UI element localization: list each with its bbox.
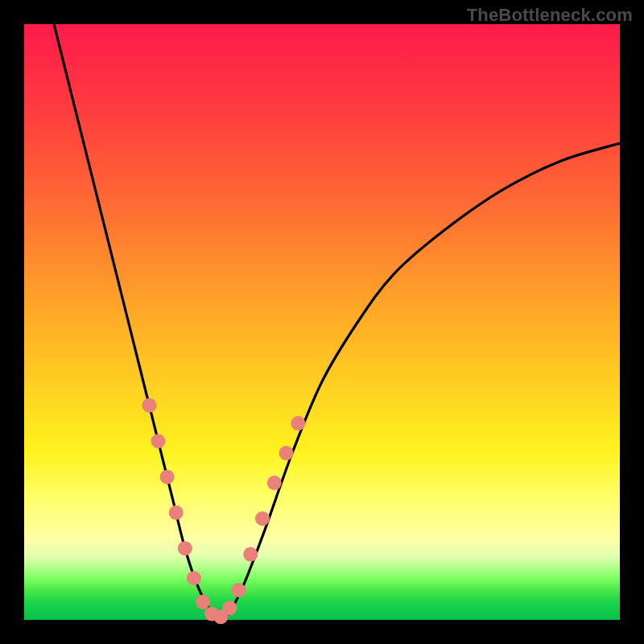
data-markers — [142, 398, 305, 625]
data-point — [151, 434, 166, 448]
bottleneck-curve — [54, 24, 620, 620]
plot-area — [24, 24, 620, 620]
data-point — [160, 469, 175, 484]
chart-frame: TheBottleneck.com — [0, 0, 644, 644]
data-point — [291, 416, 305, 431]
watermark-text: TheBottleneck.com — [467, 5, 633, 26]
data-point — [279, 446, 294, 460]
data-point — [196, 595, 210, 609]
data-point — [178, 541, 192, 555]
data-point — [255, 511, 270, 526]
data-point — [231, 583, 246, 597]
data-point — [169, 506, 184, 520]
data-point — [267, 476, 282, 490]
data-point — [222, 601, 237, 615]
data-point — [142, 398, 156, 413]
data-point — [243, 547, 258, 562]
data-point — [187, 571, 201, 585]
chart-svg — [24, 24, 620, 620]
